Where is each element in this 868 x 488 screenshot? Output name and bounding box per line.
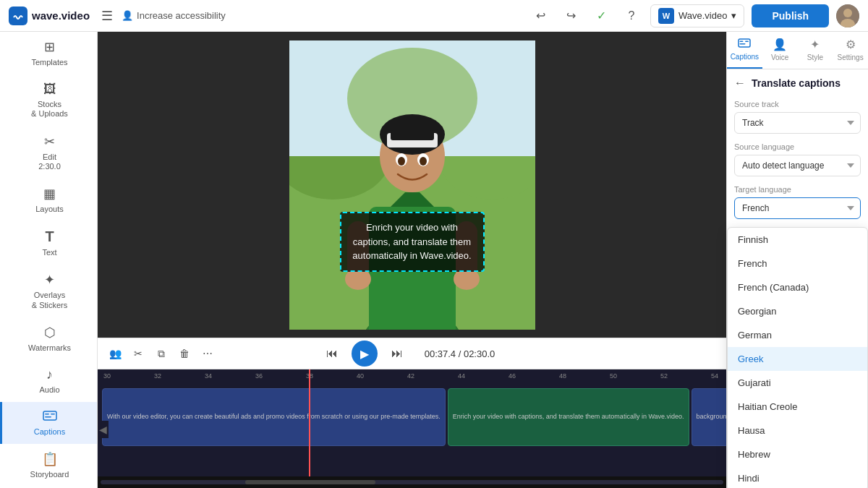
- dropdown-item-hebrew[interactable]: Hebrew: [728, 442, 867, 466]
- layouts-icon: ▦: [43, 186, 56, 202]
- delete-tool-button[interactable]: 🗑: [174, 343, 195, 364]
- publish-button[interactable]: Publish: [752, 4, 829, 27]
- dropdown-item-hausa[interactable]: Hausa: [728, 419, 867, 442]
- check-button[interactable]: ✓: [590, 4, 613, 27]
- dropdown-item-finnish[interactable]: Finnish: [728, 228, 867, 252]
- templates-icon: ⊞: [44, 39, 55, 55]
- source-track-label: Source track: [734, 100, 861, 108]
- timeline-playhead: [309, 382, 310, 476]
- watermarks-icon: ⬡: [44, 325, 56, 341]
- svg-rect-18: [391, 130, 434, 140]
- svg-rect-27: [739, 39, 750, 47]
- timeline-caption-block-3[interactable]: background music, voiceover, transitions…: [692, 388, 726, 446]
- dropdown-item-german[interactable]: German: [728, 323, 867, 347]
- hamburger-icon[interactable]: ☰: [101, 8, 113, 24]
- caption-block-text-3: background music, voiceover, transitions…: [697, 413, 726, 421]
- app-title: wave.video: [32, 9, 90, 22]
- more-tool-button[interactable]: ⋯: [197, 343, 218, 364]
- target-language-select[interactable]: French: [734, 197, 861, 219]
- svg-rect-4: [45, 414, 49, 415]
- workspace-selector[interactable]: W Wave.video ▾: [650, 4, 744, 27]
- sidebar-item-templates[interactable]: ⊞ Templates: [0, 32, 97, 74]
- ruler-mark-42: 42: [407, 372, 414, 380]
- sidebar-item-stocks[interactable]: 🖼 Stocks& Uploads: [0, 74, 97, 126]
- target-language-group: Target language French: [734, 185, 861, 219]
- tab-style[interactable]: ✦ Style: [798, 32, 833, 69]
- timeline-caption-block-1[interactable]: With our video editor, you can create be…: [102, 388, 446, 446]
- workspace-chevron-icon: ▾: [731, 10, 736, 21]
- audio-icon: ♪: [46, 367, 53, 382]
- sidebar-item-audio[interactable]: ♪ Audio: [0, 360, 97, 402]
- sidebar-item-storyboard[interactable]: 📋 Storyboard: [0, 444, 97, 487]
- sidebar-item-watermarks[interactable]: ⬡ Watermarks: [0, 317, 97, 360]
- voice-tab-icon: 👤: [773, 38, 787, 51]
- dropdown-item-haitian-creole[interactable]: Haitian Creole: [728, 395, 867, 419]
- timeline-controls: 👥 ✂ ⧉ 🗑 ⋯ ⏮ ▶ ⏭ 00:37.4 / 02:30.0: [98, 338, 726, 369]
- svg-rect-6: [45, 416, 51, 418]
- help-button[interactable]: ?: [620, 4, 643, 27]
- ruler-mark-32: 32: [154, 372, 161, 380]
- sidebar-item-label: Watermarks: [28, 343, 71, 353]
- play-button[interactable]: ▶: [352, 341, 378, 367]
- sidebar-item-overlays[interactable]: ✦ Overlays& Stickers: [0, 265, 97, 317]
- sidebar-item-text[interactable]: T Text: [0, 221, 97, 265]
- panel-tabs: Captions 👤 Voice ✦ Style ⚙ Settings: [727, 32, 868, 69]
- stocks-icon: 🖼: [43, 82, 56, 97]
- timeline-caption-block-2[interactable]: Enrich your video with captions, and tra…: [448, 388, 689, 446]
- dropdown-item-gujarati[interactable]: Gujarati: [728, 371, 867, 395]
- ruler-mark-36: 36: [255, 372, 263, 380]
- tab-settings[interactable]: ⚙ Settings: [833, 32, 868, 69]
- caption-text: Enrich your video with captions, and tra…: [352, 222, 471, 261]
- accessibility-button[interactable]: 👤 Increase accessibility: [122, 10, 226, 21]
- ruler-mark-48: 48: [559, 372, 566, 380]
- user-tool-button[interactable]: 👥: [105, 343, 125, 364]
- source-language-select[interactable]: Auto detect language: [734, 155, 861, 176]
- video-caption-overlay: Enrich your video with captions, and tra…: [340, 212, 485, 272]
- back-button[interactable]: ←: [734, 77, 746, 90]
- tab-voice[interactable]: 👤 Voice: [762, 32, 798, 69]
- copy-tool-button[interactable]: ⧉: [151, 343, 171, 364]
- right-panel: Captions 👤 Voice ✦ Style ⚙ Settings ← Tr…: [726, 32, 868, 488]
- sidebar: ⊞ Templates 🖼 Stocks& Uploads ✂ Edit2:30…: [0, 32, 98, 488]
- sidebar-item-captions[interactable]: Captions: [0, 402, 97, 444]
- sidebar-item-label: Layouts: [35, 205, 64, 214]
- ruler-mark-52: 52: [660, 372, 668, 380]
- text-icon: T: [45, 228, 54, 245]
- timeline-scroll-left[interactable]: ◀: [98, 421, 109, 438]
- svg-point-1: [843, 9, 852, 17]
- tab-captions[interactable]: Captions: [727, 32, 762, 69]
- panel-header: ← Translate captions: [734, 77, 861, 90]
- caption-block-text-2: Enrich your video with captions, and tra…: [453, 413, 684, 421]
- timeline-tools: 👥 ✂ ⧉ 🗑 ⋯: [105, 343, 218, 364]
- tab-captions-label: Captions: [731, 53, 759, 61]
- sidebar-item-label: Edit2:30.0: [38, 153, 61, 171]
- sidebar-item-edit[interactable]: ✂ Edit2:30.0: [0, 127, 97, 179]
- dropdown-item-georgian[interactable]: Georgian: [728, 299, 867, 323]
- dropdown-item-french-canada[interactable]: French (Canada): [728, 275, 867, 299]
- dropdown-item-greek[interactable]: Greek: [728, 347, 867, 371]
- topbar: wave.video ☰ 👤 Increase accessibility ↩ …: [0, 0, 868, 32]
- scrollbar-track[interactable]: [101, 480, 723, 484]
- dropdown-item-hindi[interactable]: Hindi: [728, 466, 867, 488]
- redo-button[interactable]: ↪: [559, 4, 582, 27]
- undo-button[interactable]: ↩: [529, 4, 552, 27]
- scrollbar-thumb[interactable]: [245, 480, 375, 484]
- time-display: 00:37.4 / 02:30.0: [417, 348, 503, 359]
- svg-rect-28: [740, 41, 744, 43]
- dropdown-item-french[interactable]: French: [728, 252, 867, 275]
- ruler-mark-50: 50: [610, 372, 617, 380]
- source-track-group: Source track Track: [734, 100, 861, 134]
- video-person: [289, 40, 535, 330]
- skip-forward-button[interactable]: ⏭: [386, 343, 408, 364]
- timeline-scrollbar: [98, 476, 726, 488]
- sidebar-item-layouts[interactable]: ▦ Layouts: [0, 179, 97, 221]
- panel-title: Translate captions: [752, 77, 841, 89]
- app-logo[interactable]: wave.video: [9, 7, 90, 25]
- workspace-badge: W: [658, 8, 674, 24]
- scissors-tool-button[interactable]: ✂: [128, 343, 148, 364]
- skip-back-button[interactable]: ⏮: [321, 343, 343, 364]
- target-language-label: Target language: [734, 185, 861, 194]
- avatar[interactable]: [836, 4, 859, 27]
- sidebar-item-label: Templates: [31, 58, 67, 67]
- source-track-select[interactable]: Track: [734, 112, 861, 134]
